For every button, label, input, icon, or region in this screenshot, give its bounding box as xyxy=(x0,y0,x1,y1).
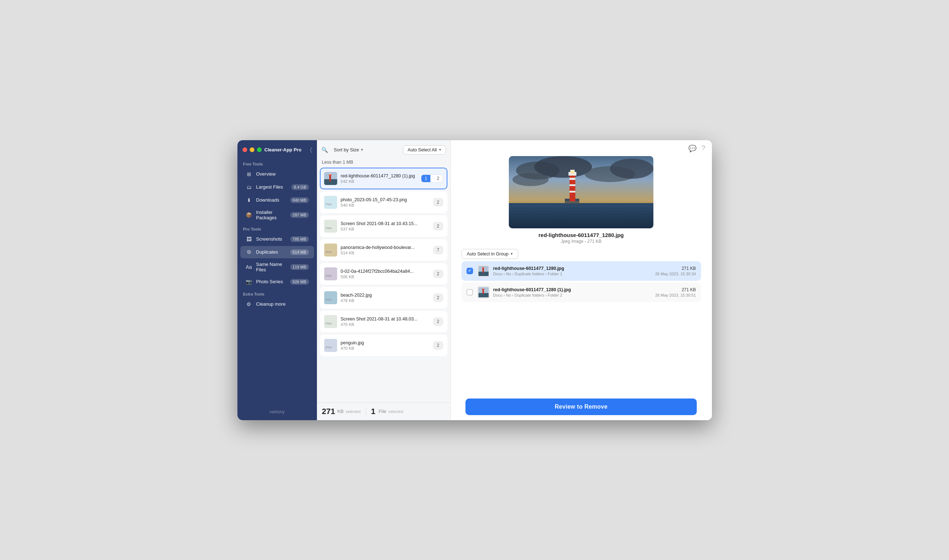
sort-by-size-button[interactable]: Sort by Size ▾ xyxy=(331,146,366,154)
svg-rect-32 xyxy=(569,184,575,186)
file-item[interactable]: PNG Screen Shot 2021-08-31 at 10.48.03..… xyxy=(320,311,448,332)
svg-point-36 xyxy=(571,170,574,174)
file-count: 1 xyxy=(371,407,375,416)
sidebar-item-screenshots[interactable]: 🖼 Screenshots 785 MB xyxy=(240,233,314,245)
file-item[interactable]: red-lighthouse-6011477_1280 (1).jpg 542 … xyxy=(320,168,448,189)
maximize-button[interactable] xyxy=(257,148,261,152)
chat-icon[interactable]: 💬 xyxy=(688,145,697,152)
pro-tools-label: Pro Tools xyxy=(237,223,317,233)
dup-checkbox[interactable] xyxy=(466,268,473,274)
dup-count-badge: 2 xyxy=(433,318,443,326)
file-info: beach-2022.jpg 478 KB xyxy=(341,293,433,303)
sidebar: Cleaner-App Pro 〈 Free Tools ⊞ Overview … xyxy=(237,140,317,420)
dup-count-badge: 7 xyxy=(433,246,443,254)
auto-select-in-group-button[interactable]: Auto Select in Group ▾ xyxy=(461,249,518,259)
sidebar-item-cleanup-more[interactable]: ⚙ Cleanup more xyxy=(240,298,314,310)
file-item[interactable]: PNG Screen Shot 2021-08-31 at 10.43.15..… xyxy=(320,215,448,237)
back-icon[interactable]: 〈 xyxy=(310,147,312,153)
dup-count-badge: 2 xyxy=(433,342,443,349)
svg-point-24 xyxy=(512,173,549,186)
right-header: 💬 ? xyxy=(451,140,712,152)
file-item[interactable]: JPEG beach-2022.jpg 478 KB 2 xyxy=(320,287,448,309)
file-size: 470 KB xyxy=(341,346,433,351)
svg-text:PNG: PNG xyxy=(326,203,332,206)
duplicate-row[interactable]: red-lighthouse-6011477_1280 (1).jpg Docu… xyxy=(461,283,701,302)
extra-tools-label: Extra Tools xyxy=(237,288,317,298)
downloads-icon: ⬇ xyxy=(245,197,252,204)
auto-select-all-button[interactable]: Auto Select All ▾ xyxy=(403,145,446,155)
sidebar-item-installer-packages[interactable]: 📦 Installer Packages 287 MB xyxy=(240,207,314,223)
file-info: photo_2023-05-15_07-45-23.png 540 KB xyxy=(341,197,433,208)
free-tools-label: Free Tools xyxy=(237,158,317,168)
file-info: Screen Shot 2021-08-31 at 10.43.15... 53… xyxy=(341,221,433,231)
sidebar-item-same-name[interactable]: Aa Same Name Files 119 MB xyxy=(240,259,314,275)
file-size: 514 KB xyxy=(341,251,433,255)
sidebar-item-largest-files[interactable]: 🗂 Largest Files 8.4 GB xyxy=(240,181,314,193)
downloads-badge: 840 MB xyxy=(290,197,309,203)
svg-rect-9 xyxy=(324,243,337,257)
svg-rect-31 xyxy=(569,178,575,180)
same-name-badge: 119 MB xyxy=(290,264,309,270)
svg-point-23 xyxy=(610,158,654,179)
minimize-button[interactable] xyxy=(250,148,254,152)
file-thumb: JPEG xyxy=(324,267,337,280)
svg-rect-41 xyxy=(482,267,484,268)
same-name-icon: Aa xyxy=(245,263,252,271)
middle-panel: 🔍 Sort by Size ▾ Auto Select All ▾ Less … xyxy=(317,140,451,420)
file-item[interactable]: JPEG 0-02-0a-4124f27f2bcc064ba24a84... 5… xyxy=(320,263,448,285)
sidebar-item-photo-series[interactable]: 📷 Photo Series 926 MB xyxy=(240,276,314,288)
selected-label-2: selected xyxy=(389,409,403,414)
overview-label: Overview xyxy=(256,171,309,177)
photo-series-label: Photo Series xyxy=(256,279,290,284)
auto-select-group-label: Auto Select in Group xyxy=(467,251,509,257)
duplicate-row[interactable]: red-lighthouse-6011477_1280.jpg Docu › N… xyxy=(461,261,701,281)
section-header: Less than 1 MB xyxy=(317,158,450,168)
file-thumb xyxy=(324,172,337,185)
svg-rect-33 xyxy=(569,191,575,192)
dup-file-icon xyxy=(477,286,490,298)
search-icon[interactable]: 🔍 xyxy=(321,147,328,153)
svg-rect-5 xyxy=(324,196,337,209)
svg-rect-7 xyxy=(324,220,337,233)
sidebar-item-duplicates[interactable]: ⧉ Duplicates 514 MB xyxy=(240,246,314,258)
dup-date: 26 May 2023, 15:30:51 xyxy=(655,293,696,297)
group-toolbar: Auto Select in Group ▾ xyxy=(451,244,712,261)
sidebar-item-downloads[interactable]: ⬇ Downloads 840 MB xyxy=(240,194,314,206)
file-name: 0-02-0a-4124f27f2bcc064ba24a84... xyxy=(341,269,433,274)
svg-rect-2 xyxy=(329,175,331,182)
installer-packages-icon: 📦 xyxy=(245,211,252,218)
dup-info: red-lighthouse-6011477_1280 (1).jpg Docu… xyxy=(493,287,655,297)
right-panel: 💬 ? xyxy=(451,140,712,420)
largest-files-label: Largest Files xyxy=(256,184,292,190)
dup-path: Docu › No › Duplicate folders › Folder 1 xyxy=(493,272,655,276)
file-info: Screen Shot 2021-08-31 at 10.48.03... 47… xyxy=(341,317,433,327)
file-size: 542 KB xyxy=(341,179,421,183)
file-size: 506 KB xyxy=(341,275,433,279)
svg-rect-45 xyxy=(482,289,484,290)
file-thumb: JPEG xyxy=(324,243,337,257)
svg-text:JPEG: JPEG xyxy=(325,251,332,253)
cleanup-more-label: Cleanup more xyxy=(256,301,309,307)
preview-filename: red-lighthouse-6011477_1280.jpg xyxy=(538,232,624,238)
close-button[interactable] xyxy=(243,148,247,152)
review-btn-wrap: Review to Remove xyxy=(451,394,712,420)
file-item[interactable]: PNG photo_2023-05-15_07-45-23.png 540 KB… xyxy=(320,191,448,213)
duplicates-icon: ⧉ xyxy=(245,249,252,256)
file-size: 540 KB xyxy=(341,203,433,208)
file-item[interactable]: JPEG panoramica-de-hollywood-boulevar...… xyxy=(320,239,448,261)
dup-checkbox[interactable] xyxy=(466,289,473,295)
file-label: File xyxy=(379,409,386,414)
dup-name: red-lighthouse-6011477_1280 (1).jpg xyxy=(493,287,655,292)
sidebar-item-overview[interactable]: ⊞ Overview xyxy=(240,168,314,180)
svg-text:JPEG: JPEG xyxy=(325,346,332,349)
svg-rect-17 xyxy=(324,339,337,352)
dup-date: 26 May 2023, 15:30:34 xyxy=(655,272,696,276)
preview-area: red-lighthouse-6011477_1280.jpg Jpeg Ima… xyxy=(451,152,712,244)
screenshots-badge: 785 MB xyxy=(290,236,309,242)
file-item[interactable]: JPEG penguin.jpg 470 KB 2 xyxy=(320,335,448,356)
dup-file-icon xyxy=(477,265,490,277)
review-to-remove-button[interactable]: Review to Remove xyxy=(466,398,697,415)
same-name-label: Same Name Files xyxy=(256,262,290,272)
help-icon[interactable]: ? xyxy=(701,145,705,152)
svg-text:PNG: PNG xyxy=(326,226,332,230)
